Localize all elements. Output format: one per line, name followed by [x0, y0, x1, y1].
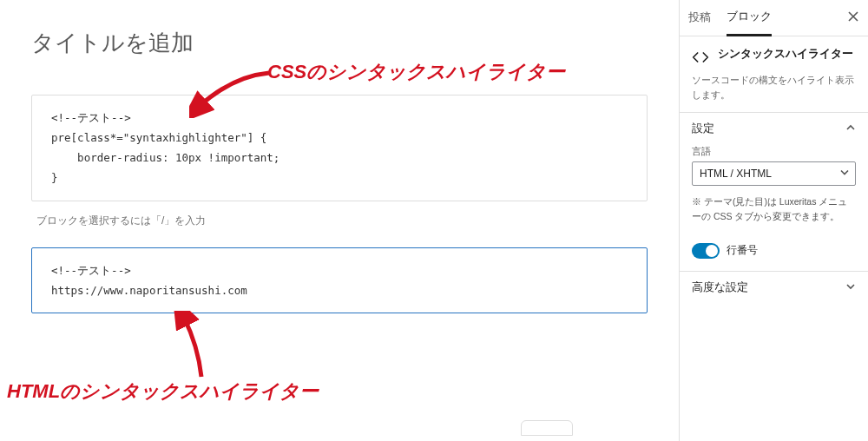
- block-title: シンタックスハイライター: [718, 47, 853, 62]
- code-line: <!--テスト-->: [51, 264, 131, 277]
- code-block-html[interactable]: <!--テスト--> https://www.naporitansushi.co…: [31, 247, 648, 313]
- language-label: 言語: [692, 145, 856, 158]
- line-number-row: 行番号: [680, 234, 868, 271]
- language-select-value: HTML / XHTML: [700, 168, 772, 180]
- code-block-css[interactable]: <!--テスト--> pre[class*="syntaxhighlighter…: [31, 95, 648, 201]
- block-description: ソースコードの構文をハイライト表示します。: [680, 73, 868, 112]
- chevron-down-icon: [839, 168, 850, 181]
- close-icon: [847, 10, 859, 23]
- bottom-toolbar-stub: [521, 420, 573, 436]
- tab-post[interactable]: 投稿: [688, 0, 711, 36]
- close-sidebar-button[interactable]: [847, 10, 859, 26]
- section-settings-body: 言語 HTML / XHTML ※ テーマ(見た目)は Luxeritas メニ…: [680, 145, 868, 234]
- theme-note: ※ テーマ(見た目)は Luxeritas メニューの CSS タブから変更でき…: [692, 194, 856, 224]
- annotation-html-label: HTMLのシンタックスハイライター: [7, 378, 319, 405]
- editor-canvas: タイトルを追加 <!--テスト--> pre[class*="syntaxhig…: [0, 0, 679, 441]
- section-advanced-toggle[interactable]: 高度な設定: [680, 272, 868, 304]
- code-line: }: [51, 171, 58, 184]
- annotation-css-label: CSSのシンタックスハイライター: [267, 59, 565, 85]
- code-line: <!--テスト-->: [51, 111, 131, 124]
- section-settings-label: 設定: [692, 122, 714, 136]
- line-number-label: 行番号: [727, 243, 758, 258]
- section-settings-toggle[interactable]: 設定: [680, 113, 868, 145]
- annotation-arrow-icon: [189, 66, 276, 118]
- code-line: border-radius: 10px !important;: [51, 151, 279, 164]
- line-number-toggle[interactable]: [692, 243, 720, 259]
- chevron-down-icon: [845, 281, 856, 294]
- sidebar-tabs: 投稿 ブロック: [680, 0, 868, 36]
- chevron-up-icon: [845, 122, 856, 135]
- post-title-input[interactable]: タイトルを追加: [31, 28, 648, 58]
- settings-sidebar: 投稿 ブロック シンタックスハイライター ソースコードの構文をハイライト表示しま…: [679, 0, 868, 441]
- code-line: pre[class*="syntaxhighlighter"] {: [51, 131, 266, 144]
- annotation-arrow-icon: [167, 311, 227, 380]
- language-select[interactable]: HTML / XHTML: [692, 161, 856, 186]
- code-icon: [692, 49, 709, 66]
- code-line: https://www.naporitansushi.com: [51, 284, 247, 297]
- block-appender-prompt[interactable]: ブロックを選択するには「/」を入力: [36, 214, 648, 228]
- section-advanced-label: 高度な設定: [692, 280, 748, 295]
- block-card: シンタックスハイライター: [680, 36, 868, 73]
- tab-block[interactable]: ブロック: [727, 1, 772, 36]
